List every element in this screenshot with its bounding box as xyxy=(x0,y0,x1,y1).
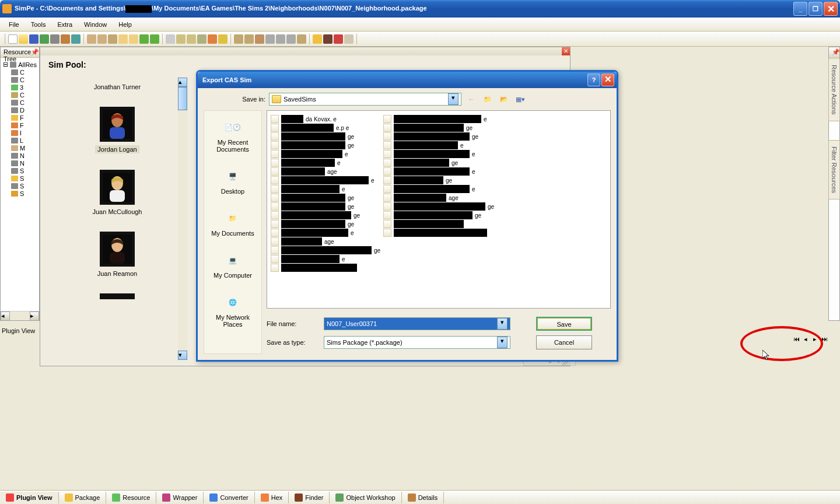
nav-last-icon[interactable]: ⏭ xyxy=(820,335,828,344)
file-item[interactable]: da Kovax. e xyxy=(271,115,382,123)
tree-item[interactable]: F xyxy=(3,122,37,129)
tree-item[interactable]: S xyxy=(3,183,37,190)
save-icon[interactable] xyxy=(29,34,38,44)
maximize-button[interactable]: ❐ xyxy=(808,2,822,16)
file-item[interactable]: e xyxy=(271,176,382,184)
user-icon[interactable] xyxy=(61,34,70,44)
tab-plugin-view[interactable]: Plugin View xyxy=(0,492,59,503)
place-desktop[interactable]: 🖥️Desktop xyxy=(204,160,261,202)
file-item[interactable]: e xyxy=(271,229,382,237)
pin-icon[interactable]: 📌 xyxy=(31,48,39,56)
file-item[interactable]: ge xyxy=(383,211,494,219)
nav-first-icon[interactable]: ⏮ xyxy=(792,335,800,344)
tab-finder[interactable]: Finder xyxy=(289,492,330,503)
tree-item[interactable]: L xyxy=(3,137,37,144)
tab-object-workshop[interactable]: Object Workshop xyxy=(330,492,401,503)
file-item[interactable]: ge xyxy=(271,194,382,202)
tree-item[interactable]: D xyxy=(3,107,37,114)
tree-item[interactable]: C xyxy=(3,92,37,99)
filename-input[interactable]: N007_User00371 ▾ xyxy=(324,317,510,330)
cancel-button[interactable]: Cancel xyxy=(536,335,592,349)
file-item[interactable]: ge xyxy=(383,202,494,211)
resource-actions-tab[interactable]: Resource Actions xyxy=(828,58,840,121)
up-folder-icon[interactable]: 📁 xyxy=(481,93,494,106)
file-item[interactable]: e xyxy=(271,255,382,263)
menu-file[interactable]: File xyxy=(3,19,25,30)
file-item[interactable] xyxy=(383,220,494,228)
tree-item[interactable]: N xyxy=(3,152,37,159)
file-item[interactable]: e xyxy=(271,185,382,193)
file-item[interactable]: e xyxy=(383,167,494,176)
file-item[interactable]: ge xyxy=(383,132,494,141)
menu-help[interactable]: Help xyxy=(113,19,138,30)
refresh-icon[interactable] xyxy=(40,34,49,44)
sim-item[interactable]: Juan Reamon xyxy=(47,232,187,277)
file-item[interactable]: ge xyxy=(271,211,382,219)
tb-icon-9[interactable] xyxy=(208,34,217,44)
tree-item[interactable]: N xyxy=(3,160,37,167)
tb-icon-6[interactable] xyxy=(139,34,149,44)
cut-icon[interactable] xyxy=(166,34,175,44)
tb-icon-8[interactable] xyxy=(197,34,206,44)
tb-icon-3[interactable] xyxy=(108,34,117,44)
paste-icon[interactable] xyxy=(187,34,196,44)
savein-combo[interactable]: SavedSims ▾ xyxy=(269,93,461,106)
tb-icon-1[interactable] xyxy=(87,34,96,44)
save-button[interactable]: Save xyxy=(536,317,592,331)
pin-icon[interactable]: 📌 xyxy=(832,48,840,56)
scroll-right-icon[interactable]: ▸ xyxy=(30,312,39,321)
sim-pool-scrollbar[interactable]: ▴ ▾ xyxy=(178,78,187,360)
file-item[interactable]: e xyxy=(383,115,494,123)
tb-icon-12[interactable] xyxy=(244,34,254,44)
tab-converter[interactable]: Converter xyxy=(204,492,254,503)
scroll-thumb[interactable] xyxy=(178,87,187,110)
file-list[interactable]: da Kovax. e e.p e ge ge e e age e e ge g… xyxy=(267,110,611,309)
file-item[interactable]: e xyxy=(271,150,382,158)
close-button[interactable]: ✕ xyxy=(824,2,838,16)
scroll-down-icon[interactable]: ▾ xyxy=(178,351,187,360)
file-item[interactable]: e xyxy=(383,150,494,158)
world-icon[interactable] xyxy=(71,34,80,44)
file-item[interactable]: e xyxy=(383,185,494,193)
tb-icon-2[interactable] xyxy=(97,34,107,44)
tab-resource[interactable]: Resource xyxy=(106,492,156,503)
new-icon[interactable] xyxy=(8,34,18,44)
file-item[interactable]: ge xyxy=(383,159,494,167)
sim-item[interactable]: Jonathan Turner xyxy=(47,83,187,90)
tab-hex[interactable]: Hex xyxy=(255,492,289,503)
tb-icon-13[interactable] xyxy=(255,34,264,44)
nav-prev-icon[interactable]: ◂ xyxy=(802,335,810,344)
file-item[interactable]: e xyxy=(383,141,494,149)
place-network[interactable]: 🌐My Network Places xyxy=(204,286,261,335)
tree-item[interactable]: C xyxy=(3,69,37,76)
file-item[interactable]: ge xyxy=(383,124,494,132)
file-item[interactable]: ge xyxy=(383,176,494,184)
file-item[interactable]: ge xyxy=(271,220,382,228)
nav-next-icon[interactable]: ▸ xyxy=(811,335,819,344)
file-item[interactable]: ge xyxy=(271,141,382,149)
tree-hscroll[interactable]: ◂ ▸ xyxy=(1,311,39,320)
minimize-button[interactable]: _ xyxy=(793,2,807,16)
file-item[interactable]: ge xyxy=(271,246,382,254)
tree-body[interactable]: ⊟AllRes CC3CCDFFILMNNSSSS xyxy=(1,58,39,200)
file-item[interactable]: e xyxy=(271,159,382,167)
sim-pool-close-icon[interactable]: ✕ xyxy=(562,47,570,55)
file-item[interactable]: ge xyxy=(271,132,382,141)
sim-pool-list[interactable]: Jonathan TurnerJordan LoganJuan McCullou… xyxy=(47,78,187,360)
tree-item[interactable]: I xyxy=(3,130,37,136)
tree-item[interactable]: F xyxy=(3,114,37,121)
tree-item[interactable]: 3 xyxy=(3,84,37,91)
views-icon[interactable]: ▦▾ xyxy=(514,93,527,106)
tb-icon-15[interactable] xyxy=(276,34,285,44)
tree-item[interactable]: S xyxy=(3,167,37,174)
tb-icon-21[interactable] xyxy=(344,34,354,44)
dropdown-arrow-icon[interactable]: ▾ xyxy=(497,337,508,348)
export-titlebar[interactable]: Export CAS Sim ? ✕ xyxy=(198,72,617,88)
tree-item[interactable]: C xyxy=(3,76,37,83)
scroll-left-icon[interactable]: ◂ xyxy=(1,312,10,321)
file-item[interactable] xyxy=(383,229,494,237)
dropdown-arrow-icon[interactable]: ▾ xyxy=(497,318,508,330)
tb-icon-17[interactable] xyxy=(297,34,306,44)
tab-package[interactable]: Package xyxy=(59,492,107,503)
back-icon[interactable]: ← xyxy=(465,93,478,106)
